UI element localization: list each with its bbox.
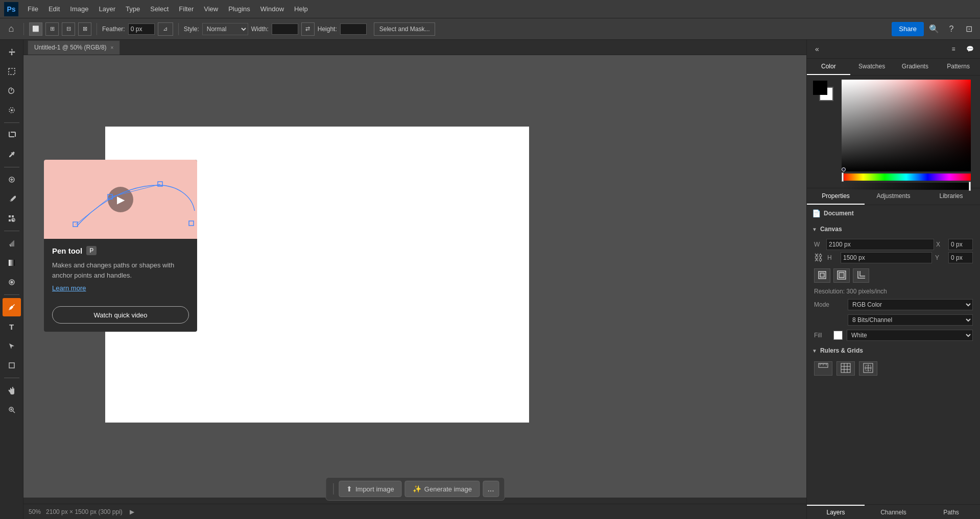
menu-edit[interactable]: Edit	[44, 4, 64, 14]
link-icon[interactable]: ⛓	[814, 253, 823, 263]
mode-select[interactable]: RGB Color	[848, 299, 973, 310]
menu-image[interactable]: Image	[66, 4, 92, 14]
canvas-section-header[interactable]: ▼ Canvas	[807, 221, 980, 237]
tooltip-video[interactable]: ▶	[44, 160, 197, 239]
panel-icon-layers[interactable]: ≡	[946, 42, 961, 56]
svg-line-12	[13, 411, 15, 413]
spot-heal-tool-btn[interactable]	[3, 170, 21, 189]
document-section-header[interactable]: 📄 Document	[807, 205, 980, 221]
tooltip-text: Pen tool P Makes and changes paths or sh…	[44, 239, 197, 306]
gradient-tool-btn[interactable]	[3, 254, 21, 272]
clone-tool-btn[interactable]	[3, 209, 21, 228]
menu-view[interactable]: View	[200, 4, 222, 14]
channels-tab[interactable]: Channels	[865, 505, 922, 519]
help-button[interactable]: ?	[944, 22, 959, 36]
intersect-selection-btn[interactable]: ⊠	[78, 22, 91, 36]
add-selection-btn[interactable]: ⊞	[45, 22, 59, 36]
layers-tab[interactable]: Layers	[807, 505, 865, 519]
tool-separator-5	[4, 378, 19, 378]
eyedropper-tool-btn[interactable]	[3, 145, 21, 164]
video-play-btn[interactable]: ▶	[108, 187, 133, 212]
style-select[interactable]: Normal	[202, 23, 248, 35]
panel-collapse-btn[interactable]: «	[810, 42, 824, 56]
new-selection-btn[interactable]: ⬜	[29, 22, 42, 36]
share-button[interactable]: Share	[892, 22, 924, 36]
lasso-tool-btn[interactable]	[3, 82, 21, 100]
expand-icon[interactable]: ▶	[130, 508, 134, 515]
alpha-slider[interactable]	[842, 183, 971, 190]
home-button[interactable]: ⌂	[4, 22, 18, 36]
search-button[interactable]: 🔍	[927, 22, 941, 36]
marquee-tool-btn[interactable]	[3, 62, 21, 81]
fill-label: Fill	[814, 332, 829, 339]
expand-button[interactable]: ⊡	[962, 22, 976, 36]
menu-filter[interactable]: Filter	[175, 4, 198, 14]
subtract-selection-btn[interactable]: ⊟	[62, 22, 75, 36]
import-image-button[interactable]: ⬆ Import image	[339, 481, 402, 497]
document-icon: 📄	[812, 209, 821, 217]
canvas-resize-btn-1[interactable]	[814, 268, 830, 283]
color-tab-swatches[interactable]: Swatches	[850, 59, 894, 75]
y-input[interactable]	[948, 252, 973, 263]
refine-edge-btn[interactable]: ⊿	[158, 22, 173, 36]
move-tool-btn[interactable]	[3, 43, 21, 61]
x-input[interactable]	[948, 239, 973, 250]
color-tab-gradients[interactable]: Gradients	[894, 59, 937, 75]
foreground-swatch[interactable]	[813, 81, 827, 95]
feather-input[interactable]	[128, 23, 155, 35]
menu-layer[interactable]: Layer	[95, 4, 120, 14]
hand-tool-btn[interactable]	[3, 381, 21, 400]
canvas-resize-btn-2[interactable]	[833, 268, 850, 283]
brush-tool-btn[interactable]	[3, 190, 21, 208]
tab-adjustments[interactable]: Adjustments	[865, 188, 922, 205]
menu-select[interactable]: Select	[146, 4, 173, 14]
width-input[interactable]	[272, 23, 298, 35]
style-label: Style:	[184, 26, 199, 33]
menu-help[interactable]: Help	[290, 4, 312, 14]
tab-libraries[interactable]: Libraries	[922, 188, 980, 205]
document-tab[interactable]: Untitled-1 @ 50% (RGB/8) ×	[28, 40, 120, 55]
menu-window[interactable]: Window	[256, 4, 288, 14]
color-tab-color[interactable]: Color	[807, 59, 850, 75]
type-tool-btn[interactable]: T	[3, 317, 21, 336]
swap-dimensions-btn[interactable]: ⇄	[301, 22, 315, 36]
snap-btn[interactable]	[859, 361, 877, 376]
generate-image-button[interactable]: ✨ Generate image	[405, 481, 480, 497]
tooltip-learn-more[interactable]: Learn more	[52, 284, 189, 292]
path-select-tool-btn[interactable]	[3, 337, 21, 355]
eraser-tool-btn[interactable]	[3, 234, 21, 253]
zoom-tool-btn[interactable]	[3, 401, 21, 419]
fill-swatch[interactable]	[833, 331, 843, 340]
properties-tabs: Properties Adjustments Libraries	[807, 188, 980, 205]
fill-select[interactable]: White	[847, 330, 973, 341]
panel-icon-comment[interactable]: 💬	[963, 42, 977, 56]
width-input[interactable]	[826, 239, 934, 250]
color-spectrum[interactable]	[842, 80, 971, 171]
menu-type[interactable]: Type	[122, 4, 144, 14]
menu-file[interactable]: File	[23, 4, 42, 14]
select-mask-button[interactable]: Select and Mask...	[374, 22, 436, 36]
canvas-content[interactable]: ▶ Pen tool P Makes and changes paths or …	[23, 55, 806, 504]
grid-btn[interactable]	[836, 361, 855, 376]
color-tab-patterns[interactable]: Patterns	[937, 59, 980, 75]
crop-tool-btn[interactable]	[3, 126, 21, 144]
width-label: W	[814, 241, 824, 248]
more-options-button[interactable]: ...	[483, 481, 499, 497]
watch-video-button[interactable]: Watch quick video	[52, 306, 189, 324]
canvas-resize-btn-3[interactable]	[853, 268, 869, 283]
height-input[interactable]	[340, 23, 367, 35]
hue-slider[interactable]	[842, 174, 971, 181]
paths-tab[interactable]: Paths	[922, 505, 980, 519]
rulers-btn[interactable]	[814, 361, 832, 376]
height-input[interactable]	[841, 252, 932, 263]
menu-plugins[interactable]: Plugins	[224, 4, 254, 14]
tab-close-btn[interactable]: ×	[111, 45, 114, 51]
rulers-section-header[interactable]: ▼ Rulers & Grids	[807, 343, 980, 358]
tab-bar: Untitled-1 @ 50% (RGB/8) ×	[23, 40, 806, 55]
pen-tool-btn[interactable]	[3, 298, 21, 316]
quick-select-tool-btn[interactable]	[3, 101, 21, 119]
blur-tool-btn[interactable]	[3, 273, 21, 291]
tab-properties[interactable]: Properties	[807, 188, 865, 205]
bits-select[interactable]: 8 Bits/Channel	[848, 314, 973, 326]
shape-tool-btn[interactable]	[3, 356, 21, 375]
